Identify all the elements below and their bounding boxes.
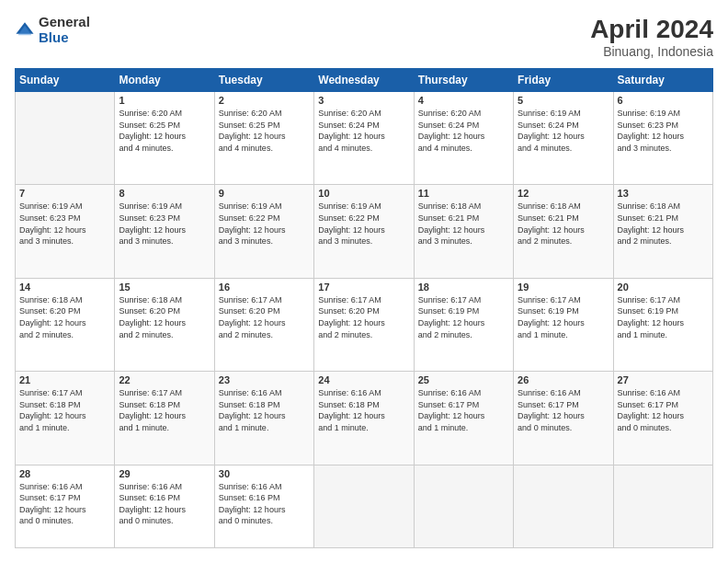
table-row: 24Sunrise: 6:16 AM Sunset: 6:18 PM Dayli… xyxy=(314,372,414,465)
day-info: Sunrise: 6:19 AM Sunset: 6:22 PM Dayligh… xyxy=(219,201,310,247)
day-info: Sunrise: 6:18 AM Sunset: 6:20 PM Dayligh… xyxy=(19,294,110,340)
day-number: 1 xyxy=(119,95,210,106)
day-number: 11 xyxy=(418,188,509,199)
table-row: 27Sunrise: 6:16 AM Sunset: 6:17 PM Dayli… xyxy=(613,372,712,465)
day-number: 14 xyxy=(19,282,110,293)
table-row: 20Sunrise: 6:17 AM Sunset: 6:19 PM Dayli… xyxy=(613,278,712,371)
day-info: Sunrise: 6:17 AM Sunset: 6:19 PM Dayligh… xyxy=(418,294,509,340)
logo-text: General Blue xyxy=(39,15,90,45)
day-number: 12 xyxy=(518,188,609,199)
day-info: Sunrise: 6:20 AM Sunset: 6:24 PM Dayligh… xyxy=(418,108,509,154)
table-row: 1Sunrise: 6:20 AM Sunset: 6:25 PM Daylig… xyxy=(115,92,214,185)
day-number: 5 xyxy=(518,95,609,106)
day-number: 18 xyxy=(418,282,509,293)
day-number: 21 xyxy=(19,374,110,385)
table-row: 12Sunrise: 6:18 AM Sunset: 6:21 PM Dayli… xyxy=(514,185,613,278)
table-row: 15Sunrise: 6:18 AM Sunset: 6:20 PM Dayli… xyxy=(115,278,214,371)
logo-blue-label: Blue xyxy=(39,30,90,46)
table-row: 23Sunrise: 6:16 AM Sunset: 6:18 PM Dayli… xyxy=(214,372,313,465)
day-number: 23 xyxy=(219,374,310,385)
day-info: Sunrise: 6:18 AM Sunset: 6:21 PM Dayligh… xyxy=(418,201,509,247)
col-thursday: Thursday xyxy=(414,69,513,92)
day-number: 30 xyxy=(219,468,310,479)
day-info: Sunrise: 6:18 AM Sunset: 6:21 PM Dayligh… xyxy=(518,201,609,247)
day-number: 22 xyxy=(119,374,210,385)
table-row: 13Sunrise: 6:18 AM Sunset: 6:21 PM Dayli… xyxy=(613,185,712,278)
day-number: 19 xyxy=(518,282,609,293)
title-location: Binuang, Indonesia xyxy=(590,44,713,59)
table-row xyxy=(16,92,115,185)
day-info: Sunrise: 6:20 AM Sunset: 6:25 PM Dayligh… xyxy=(119,108,210,154)
table-row: 18Sunrise: 6:17 AM Sunset: 6:19 PM Dayli… xyxy=(414,278,513,371)
col-friday: Friday xyxy=(514,69,613,92)
day-info: Sunrise: 6:17 AM Sunset: 6:19 PM Dayligh… xyxy=(618,294,709,340)
day-info: Sunrise: 6:19 AM Sunset: 6:24 PM Dayligh… xyxy=(518,108,609,154)
page: General Blue April 2024 Binuang, Indones… xyxy=(0,0,728,563)
day-info: Sunrise: 6:16 AM Sunset: 6:16 PM Dayligh… xyxy=(119,481,210,527)
table-row xyxy=(414,465,513,548)
table-row: 25Sunrise: 6:16 AM Sunset: 6:17 PM Dayli… xyxy=(414,372,513,465)
day-info: Sunrise: 6:16 AM Sunset: 6:18 PM Dayligh… xyxy=(219,387,310,433)
table-row: 22Sunrise: 6:17 AM Sunset: 6:18 PM Dayli… xyxy=(115,372,214,465)
col-tuesday: Tuesday xyxy=(214,69,313,92)
table-row xyxy=(514,465,613,548)
day-info: Sunrise: 6:17 AM Sunset: 6:20 PM Dayligh… xyxy=(219,294,310,340)
title-month: April 2024 xyxy=(590,15,713,44)
table-row xyxy=(314,465,414,548)
day-number: 4 xyxy=(418,95,509,106)
header: General Blue April 2024 Binuang, Indones… xyxy=(15,15,713,59)
logo: General Blue xyxy=(15,15,90,45)
day-info: Sunrise: 6:17 AM Sunset: 6:20 PM Dayligh… xyxy=(318,294,409,340)
day-info: Sunrise: 6:16 AM Sunset: 6:17 PM Dayligh… xyxy=(518,387,609,433)
table-row: 17Sunrise: 6:17 AM Sunset: 6:20 PM Dayli… xyxy=(314,278,414,371)
table-row: 2Sunrise: 6:20 AM Sunset: 6:25 PM Daylig… xyxy=(214,92,313,185)
table-row: 3Sunrise: 6:20 AM Sunset: 6:24 PM Daylig… xyxy=(314,92,414,185)
day-info: Sunrise: 6:19 AM Sunset: 6:23 PM Dayligh… xyxy=(19,201,110,247)
day-info: Sunrise: 6:18 AM Sunset: 6:20 PM Dayligh… xyxy=(119,294,210,340)
table-row: 9Sunrise: 6:19 AM Sunset: 6:22 PM Daylig… xyxy=(214,185,313,278)
table-row: 8Sunrise: 6:19 AM Sunset: 6:23 PM Daylig… xyxy=(115,185,214,278)
day-number: 7 xyxy=(19,188,110,199)
col-wednesday: Wednesday xyxy=(314,69,414,92)
table-row: 21Sunrise: 6:17 AM Sunset: 6:18 PM Dayli… xyxy=(16,372,115,465)
table-row: 7Sunrise: 6:19 AM Sunset: 6:23 PM Daylig… xyxy=(16,185,115,278)
calendar-header-row: Sunday Monday Tuesday Wednesday Thursday… xyxy=(16,69,713,92)
logo-general-label: General xyxy=(39,15,90,30)
table-row: 26Sunrise: 6:16 AM Sunset: 6:17 PM Dayli… xyxy=(514,372,613,465)
day-number: 16 xyxy=(219,282,310,293)
day-number: 2 xyxy=(219,95,310,106)
table-row: 4Sunrise: 6:20 AM Sunset: 6:24 PM Daylig… xyxy=(414,92,513,185)
table-row: 6Sunrise: 6:19 AM Sunset: 6:23 PM Daylig… xyxy=(613,92,712,185)
logo-icon xyxy=(15,20,35,40)
day-info: Sunrise: 6:16 AM Sunset: 6:16 PM Dayligh… xyxy=(219,481,310,527)
day-number: 24 xyxy=(318,374,409,385)
table-row: 29Sunrise: 6:16 AM Sunset: 6:16 PM Dayli… xyxy=(115,465,214,548)
table-row: 5Sunrise: 6:19 AM Sunset: 6:24 PM Daylig… xyxy=(514,92,613,185)
day-info: Sunrise: 6:18 AM Sunset: 6:21 PM Dayligh… xyxy=(618,201,709,247)
day-number: 8 xyxy=(119,188,210,199)
day-number: 13 xyxy=(618,188,709,199)
day-info: Sunrise: 6:16 AM Sunset: 6:18 PM Dayligh… xyxy=(318,387,409,433)
col-sunday: Sunday xyxy=(16,69,115,92)
day-number: 17 xyxy=(318,282,409,293)
table-row: 11Sunrise: 6:18 AM Sunset: 6:21 PM Dayli… xyxy=(414,185,513,278)
day-number: 3 xyxy=(318,95,409,106)
day-info: Sunrise: 6:16 AM Sunset: 6:17 PM Dayligh… xyxy=(418,387,509,433)
day-info: Sunrise: 6:16 AM Sunset: 6:17 PM Dayligh… xyxy=(618,387,709,433)
day-number: 28 xyxy=(19,468,110,479)
day-number: 29 xyxy=(119,468,210,479)
day-number: 25 xyxy=(418,374,509,385)
table-row: 19Sunrise: 6:17 AM Sunset: 6:19 PM Dayli… xyxy=(514,278,613,371)
day-number: 6 xyxy=(618,95,709,106)
table-row: 14Sunrise: 6:18 AM Sunset: 6:20 PM Dayli… xyxy=(16,278,115,371)
day-info: Sunrise: 6:19 AM Sunset: 6:22 PM Dayligh… xyxy=(318,201,409,247)
day-number: 15 xyxy=(119,282,210,293)
day-number: 9 xyxy=(219,188,310,199)
calendar-table: Sunday Monday Tuesday Wednesday Thursday… xyxy=(15,68,713,548)
day-info: Sunrise: 6:20 AM Sunset: 6:24 PM Dayligh… xyxy=(318,108,409,154)
day-info: Sunrise: 6:17 AM Sunset: 6:18 PM Dayligh… xyxy=(19,387,110,433)
day-info: Sunrise: 6:19 AM Sunset: 6:23 PM Dayligh… xyxy=(618,108,709,154)
table-row: 10Sunrise: 6:19 AM Sunset: 6:22 PM Dayli… xyxy=(314,185,414,278)
table-row xyxy=(613,465,712,548)
day-info: Sunrise: 6:19 AM Sunset: 6:23 PM Dayligh… xyxy=(119,201,210,247)
